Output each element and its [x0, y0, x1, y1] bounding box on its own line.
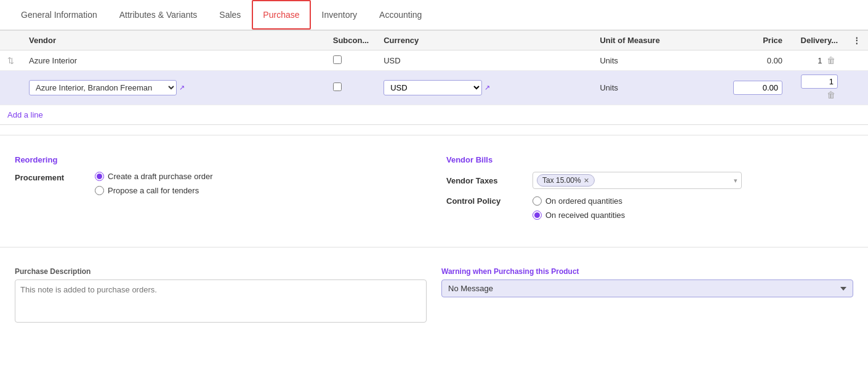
vendor-taxes-label: Vendor Taxes — [446, 176, 532, 185]
uom-column-header: Unit of Measure — [592, 31, 726, 50]
subcontract-checkbox[interactable] — [333, 55, 342, 64]
sort-handle — [0, 71, 22, 105]
tab-inventory[interactable]: Inventory — [311, 0, 369, 30]
tax-badge: Tax 15.00% ✕ — [537, 174, 595, 187]
control-option-received[interactable]: On received quantities — [532, 211, 853, 220]
uom-cell: Units — [592, 50, 726, 71]
subcontract-checkbox[interactable] — [333, 82, 342, 91]
vendor-cell: Azure Interior, Brandon Freeman ↗ — [22, 71, 326, 105]
delivery-cell: 1 🗑 — [790, 50, 845, 71]
middle-section: Reordering Procurement Create a draft pu… — [0, 145, 868, 237]
warning-select[interactable]: No MessageWarningBlocking Message — [441, 279, 853, 297]
purchase-description-textarea[interactable] — [15, 279, 427, 323]
section-divider — [0, 135, 868, 135]
price-cell: 0.00 — [726, 50, 790, 71]
more-cell — [845, 71, 868, 105]
delivery-cell: 🗑 — [790, 71, 845, 105]
price-cell — [726, 71, 790, 105]
vendor-bills-title: Vendor Bills — [446, 155, 853, 164]
tax-badge-container[interactable]: Tax 15.00% ✕ ▾ — [532, 172, 742, 189]
vendor-table-container: Vendor Subcon... Currency Unit of Measur… — [0, 30, 868, 125]
sort-handle[interactable]: ⇅ — [0, 50, 22, 71]
tab-general-information[interactable]: General Information — [10, 0, 108, 30]
currency-column-header: Currency — [376, 31, 592, 50]
section-divider-2 — [0, 247, 868, 247]
price-input[interactable] — [733, 81, 782, 95]
subcontract-cell — [326, 71, 377, 105]
vendor-taxes-field: Vendor Taxes Tax 15.00% ✕ ▾ — [446, 172, 853, 189]
more-column-header[interactable]: ⋮ — [845, 31, 868, 50]
add-line-button[interactable]: Add a line — [0, 105, 50, 124]
sort-column-header — [0, 31, 22, 50]
table-row[interactable]: Azure Interior, Brandon Freeman ↗ USD ↗ … — [0, 71, 868, 105]
tab-bar: General InformationAttributes & Variants… — [0, 0, 868, 30]
table-row[interactable]: ⇅ Azure Interior USD Units 0.00 1 🗑 — [0, 50, 868, 71]
vendor-table: Vendor Subcon... Currency Unit of Measur… — [0, 31, 868, 105]
currency-external-link[interactable]: ↗ — [484, 84, 490, 92]
currency-select[interactable]: USD — [384, 80, 482, 95]
radio-create-draft[interactable] — [95, 172, 104, 181]
tax-badge-label: Tax 15.00% — [542, 176, 581, 185]
vendor-taxes-value: Tax 15.00% ✕ ▾ — [532, 172, 853, 189]
control-radio-received[interactable] — [532, 211, 542, 220]
procurement-label: Procurement — [15, 172, 95, 182]
warning-section: Warning when Purchasing this Product No … — [441, 267, 853, 324]
tax-badge-close[interactable]: ✕ — [584, 177, 589, 185]
price-column-header: Price — [726, 31, 790, 50]
vendor-column-header: Vendor — [22, 31, 326, 50]
radio-option-create-draft[interactable]: Create a draft purchase order — [95, 172, 213, 181]
procurement-field: Procurement Create a draft purchase orde… — [15, 172, 427, 195]
delete-row-button[interactable]: 🗑 — [824, 89, 838, 101]
uom-cell: Units — [592, 71, 726, 105]
radio-label-propose-tenders: Propose a call for tenders — [108, 186, 199, 195]
tab-sales[interactable]: Sales — [208, 0, 252, 30]
tab-attributes-variants[interactable]: Attributes & Variants — [108, 0, 209, 30]
vendor-bills-section: Vendor Bills Vendor Taxes Tax 15.00% ✕ ▾… — [441, 155, 853, 227]
tab-purchase[interactable]: Purchase — [252, 0, 310, 30]
more-cell — [845, 50, 868, 71]
radio-propose-tenders[interactable] — [95, 186, 104, 195]
radio-label-create-draft: Create a draft purchase order — [108, 172, 213, 181]
vendor-select[interactable]: Azure Interior, Brandon Freeman — [29, 80, 177, 95]
external-link[interactable]: ↗ — [179, 84, 185, 92]
control-policy-options: On ordered quantitiesOn received quantit… — [532, 196, 853, 220]
vendor-cell: Azure Interior — [22, 50, 326, 71]
procurement-options: Create a draft purchase orderPropose a c… — [95, 172, 213, 195]
delete-row-button[interactable]: 🗑 — [824, 54, 838, 66]
control-label-ordered: On ordered quantities — [545, 196, 622, 206]
control-option-ordered[interactable]: On ordered quantities — [532, 196, 853, 206]
bottom-section: Purchase Description Warning when Purcha… — [0, 257, 868, 339]
control-radio-ordered[interactable] — [532, 196, 542, 206]
subcontract-cell — [326, 50, 377, 71]
delivery-input[interactable] — [801, 74, 838, 89]
currency-cell: USD — [376, 50, 592, 71]
warning-label: Warning when Purchasing this Product — [441, 267, 853, 276]
control-label-received: On received quantities — [545, 211, 625, 220]
currency-cell: USD ↗ — [376, 71, 592, 105]
tab-accounting[interactable]: Accounting — [368, 0, 433, 30]
purchase-description-section: Purchase Description — [15, 267, 427, 324]
tax-dropdown-arrow[interactable]: ▾ — [734, 177, 737, 185]
purchase-description-label: Purchase Description — [15, 267, 427, 276]
reordering-section: Reordering Procurement Create a draft pu… — [15, 155, 427, 227]
control-policy-field: Control Policy On ordered quantitiesOn r… — [446, 196, 853, 220]
subcontract-column-header: Subcon... — [326, 31, 377, 50]
control-policy-label: Control Policy — [446, 196, 532, 206]
radio-option-propose-tenders[interactable]: Propose a call for tenders — [95, 186, 213, 195]
reordering-title: Reordering — [15, 155, 427, 164]
delivery-column-header: Delivery... — [790, 31, 845, 50]
